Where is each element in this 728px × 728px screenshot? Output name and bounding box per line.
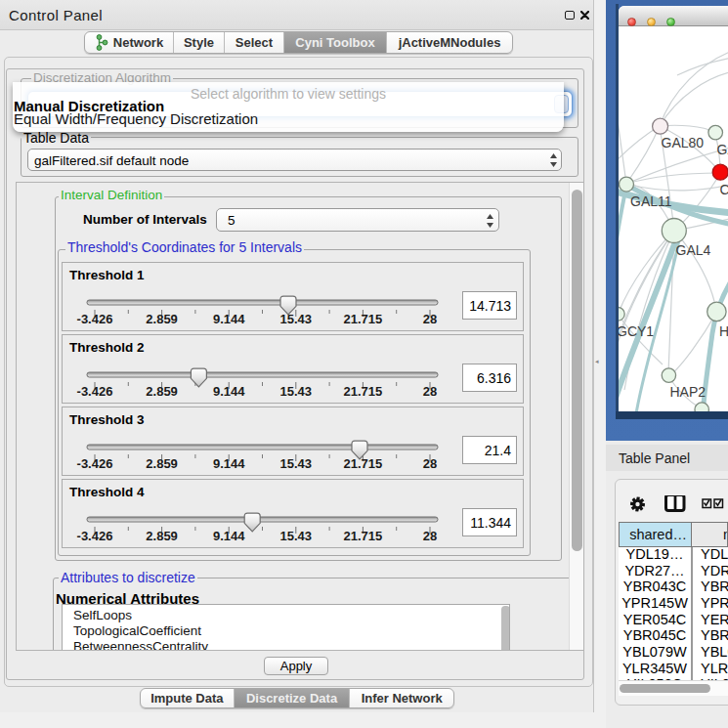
svg-text:2.859: 2.859	[146, 456, 178, 471]
svg-text:2.859: 2.859	[146, 529, 178, 543]
svg-text:28: 28	[423, 456, 437, 471]
svg-text:-3.426: -3.426	[77, 384, 113, 399]
svg-text:28: 28	[423, 384, 437, 399]
svg-text:GAL80: GAL80	[662, 135, 705, 150]
svg-text:21.715: 21.715	[344, 456, 383, 471]
svg-text:15.43: 15.43	[280, 384, 313, 399]
svg-text:GCY1: GCY1	[619, 323, 654, 339]
svg-text:CY: CY	[720, 182, 728, 197]
svg-text:H: H	[719, 323, 728, 339]
svg-text:-3.426: -3.426	[77, 456, 113, 471]
svg-text:9.144: 9.144	[213, 384, 245, 399]
svg-text:15.43: 15.43	[280, 312, 313, 326]
svg-text:9.144: 9.144	[213, 529, 245, 543]
svg-text:21.715: 21.715	[344, 529, 383, 543]
svg-text:9.144: 9.144	[213, 312, 245, 326]
svg-text:-3.426: -3.426	[77, 312, 113, 326]
svg-text:-3.426: -3.426	[77, 529, 113, 543]
svg-text:9.144: 9.144	[213, 456, 245, 471]
svg-text:21.715: 21.715	[344, 384, 383, 399]
svg-text:28: 28	[423, 312, 437, 326]
svg-text:2.859: 2.859	[146, 384, 178, 399]
svg-text:28: 28	[423, 529, 437, 543]
svg-text:21.715: 21.715	[344, 312, 383, 326]
svg-text:2.859: 2.859	[146, 312, 178, 326]
svg-text:GAL4: GAL4	[676, 242, 711, 258]
svg-text:GA: GA	[717, 142, 728, 157]
svg-text:15.43: 15.43	[280, 529, 313, 543]
svg-text:HAP2: HAP2	[670, 384, 707, 400]
svg-text:15.43: 15.43	[280, 456, 313, 471]
svg-text:GAL11: GAL11	[630, 193, 672, 209]
